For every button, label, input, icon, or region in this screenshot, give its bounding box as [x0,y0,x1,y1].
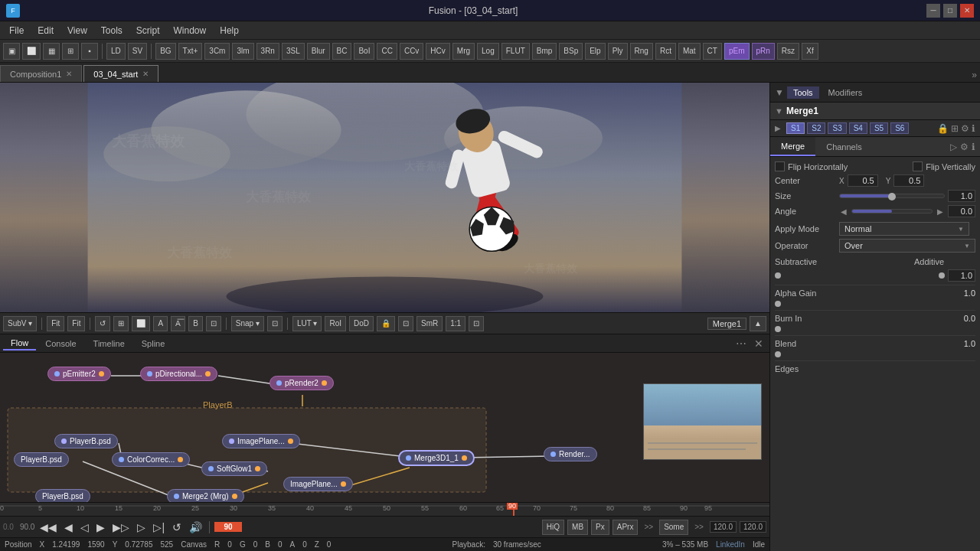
node-tab-extra-btn[interactable]: ⋯ [733,337,750,350]
toolbar-rsz[interactable]: Rsz [777,43,799,60]
node-tab-flow[interactable]: Flow [3,337,36,350]
node-merge3d1[interactable]: Merge3D1_1 [398,450,475,466]
lut-button[interactable]: LUT ▾ [292,316,322,331]
toolbar-mrg[interactable]: Mrg [452,43,475,60]
play-button[interactable]: ▶ [94,521,107,533]
view-opt-button[interactable]: ⊡ [267,316,283,331]
operator-dropdown[interactable]: Over ▼ [839,239,975,253]
size-slider-track[interactable] [839,194,945,198]
menu-edit[interactable]: Edit [31,24,60,37]
tab-03-04-start[interactable]: 03_04_start ✕ [83,65,158,82]
toolbar-elp[interactable]: Elp [585,43,605,60]
next-chapter-button[interactable]: ▷| [151,521,167,533]
grid-icon-btn[interactable]: ⊞ [951,123,959,134]
toolbar-hcv[interactable]: HCv [426,43,449,60]
node-canvas[interactable]: pEmitter2 pDirectional... pRender2 Playe… [0,353,769,502]
loop-button[interactable]: ↺ [170,521,184,533]
node-softglow1[interactable]: SoftGlow1 [201,461,267,476]
smr-button[interactable]: SmR [416,316,443,331]
text-a-button[interactable]: A [153,316,168,331]
node-tab-close-btn[interactable]: ✕ [751,337,766,350]
prev-chapter-button[interactable]: ◀◀ [38,521,59,533]
flip-h-checkbox[interactable] [775,161,785,171]
fit-button-1[interactable]: Fit [47,316,64,331]
close-button[interactable]: ✕ [960,4,974,18]
fit-button-2[interactable]: Fit [67,316,85,331]
toolbar-xf[interactable]: Xf [802,43,818,60]
node-imageplane1[interactable]: ImagePlane... [222,434,300,448]
center-x-value[interactable]: 0.5 [848,174,878,187]
subv-button[interactable]: SubV ▾ [3,316,37,331]
toolbar-layout-3[interactable]: ▦ [43,43,60,60]
toolbar-ccv[interactable]: CCv [400,43,423,60]
rotate-view-button[interactable]: ↺ [95,316,110,331]
node-tab-spline[interactable]: Spline [134,337,173,350]
toolbar-log[interactable]: Log [477,43,499,60]
toolbar-txt[interactable]: Txt+ [178,43,203,60]
s6-button[interactable]: S6 [890,122,909,134]
sub-tab-merge[interactable]: Merge [770,137,815,156]
flip-v-checkbox[interactable] [913,161,923,171]
menu-window[interactable]: Window [168,24,213,37]
toolbar-bsp[interactable]: BSp [559,43,583,60]
menu-view[interactable]: View [61,24,93,37]
toolbar-blur[interactable]: Blur [307,43,330,60]
toolbar-flut[interactable]: FLUT [501,43,530,60]
toolbar-cc[interactable]: CC [377,43,397,60]
s4-button[interactable]: S4 [849,122,867,134]
angle-arrow-right[interactable]: ▶ [936,207,945,216]
size-value[interactable]: 1.0 [948,190,975,202]
apply-mode-dropdown[interactable]: Normal ▼ [839,222,969,236]
toolbar-ply[interactable]: Ply [608,43,628,60]
node-colorcorrec[interactable]: ColorCorrec... [112,452,190,467]
rect-view-button[interactable]: ⬜ [132,316,150,331]
play-loop-button[interactable]: ▶▷ [110,521,132,533]
px-button[interactable]: Px [591,520,609,535]
toolbar-3lm[interactable]: 3lm [232,43,253,60]
tab-composition1-close[interactable]: ✕ [66,70,72,78]
toolbar-bc[interactable]: BC [332,43,352,60]
panel-toggle[interactable]: ▼ [775,87,784,98]
roi-button[interactable]: RoI [325,316,346,331]
center-y-value[interactable]: 0.5 [893,174,924,187]
toolbar-bmp[interactable]: Bmp [532,43,557,60]
toolbar-layout-5[interactable]: ▪ [81,43,98,60]
s2-button[interactable]: S2 [807,122,825,134]
toolbar-bol[interactable]: BoI [354,43,374,60]
toolbar-3cm[interactable]: 3Cm [204,43,230,60]
lock-button[interactable]: 🔒 [377,316,395,331]
grid-view-button[interactable]: ⊞ [113,316,129,331]
s5-button[interactable]: S5 [870,122,888,134]
node-playerb-psd-1[interactable]: PlayerB.psd [54,434,118,448]
s3-button[interactable]: S3 [828,122,846,134]
some-button[interactable]: Some [659,520,688,535]
node-playerb-psd-2[interactable]: PlayerB.psd [14,452,69,467]
lock-icon-btn[interactable]: 🔒 [937,123,949,134]
node-pemitter2[interactable]: pEmitter2 [47,367,111,381]
node-imageplane2[interactable]: ImagePlane... [283,477,353,491]
toolbar-pem[interactable]: pEm [724,43,750,60]
tab-composition1[interactable]: Composition1 ✕ [0,65,82,82]
panel-tab-tools[interactable]: Tools [787,86,819,99]
menu-script[interactable]: Script [130,24,166,37]
menu-help[interactable]: Help [214,24,245,37]
toolbar-ld[interactable]: LD [106,43,126,60]
info-icon-btn[interactable]: ℹ [972,123,975,134]
toolbar-layout-2[interactable]: ⬜ [22,43,41,60]
hiq-button[interactable]: HiQ [542,520,564,535]
maximize-button[interactable]: □ [943,4,957,18]
angle-value[interactable]: 0.0 [948,205,975,217]
toolbar-3sl[interactable]: 3SL [282,43,305,60]
flip-v-label[interactable]: Flip Vertically [926,162,975,171]
toolbar-prn[interactable]: pRn [752,43,775,60]
dod-button[interactable]: DoD [349,316,374,331]
toolbar-rng[interactable]: Rng [630,43,653,60]
additive-value[interactable]: 1.0 [948,269,975,282]
toolbar-sv[interactable]: SV [128,43,147,60]
play-reverse-button[interactable]: ◁ [78,521,91,533]
aprx-button[interactable]: APrx [612,520,639,535]
menu-tools[interactable]: Tools [95,24,129,37]
zoom-button[interactable]: ⊡ [469,316,484,331]
angle-arrow-left[interactable]: ◀ [839,207,848,216]
node-expand-icon[interactable]: ▼ [775,106,783,116]
